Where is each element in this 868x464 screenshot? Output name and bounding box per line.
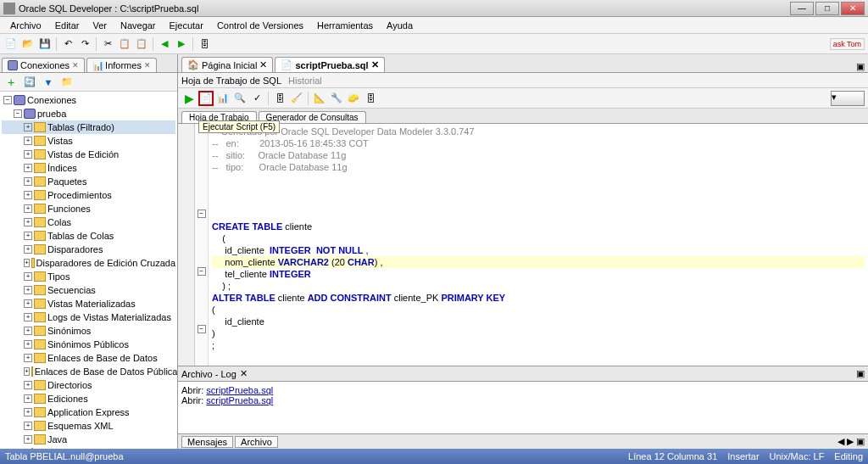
tree-item[interactable]: +Tablas de Colas (2, 229, 175, 243)
tree-item[interactable]: +Procedimientos (2, 188, 175, 202)
expand-icon[interactable]: + (24, 177, 32, 186)
expand-icon[interactable]: + (24, 435, 32, 444)
tree-item[interactable]: +Tablas (Filtrado) (2, 120, 175, 134)
restore-icon[interactable]: ▣ (856, 368, 865, 379)
close-icon[interactable]: ✕ (371, 59, 379, 70)
collapse-icon[interactable]: − (3, 96, 12, 104)
code-editor[interactable]: − − − -- Generado por Oracle SQL Develop… (178, 124, 868, 366)
folder-icon[interactable]: 📁 (59, 75, 75, 90)
btab-mensajes[interactable]: Mensajes (181, 436, 233, 448)
explain-icon[interactable]: 📊 (215, 91, 231, 106)
tab-informes[interactable]: 📊Informes✕ (86, 58, 157, 72)
maximize-button[interactable]: □ (815, 2, 839, 15)
tree-db[interactable]: −prueba (2, 107, 175, 120)
tree-item[interactable]: +Vistas Materializadas (2, 297, 175, 310)
close-icon[interactable]: ✕ (144, 61, 151, 70)
filter-icon[interactable]: ▼ (41, 75, 56, 90)
tree-item[interactable]: +Enlaces de Base de Datos (2, 351, 175, 365)
btab-archivo[interactable]: Archivo (235, 436, 278, 448)
log-link[interactable]: scriptPrueba.sql (206, 395, 273, 405)
menu-ayuda[interactable]: Ayuda (380, 19, 420, 32)
expand-icon[interactable]: + (24, 204, 32, 213)
commit-icon[interactable]: ✓ (249, 91, 264, 106)
expand-icon[interactable]: + (24, 367, 30, 376)
expand-icon[interactable]: + (24, 381, 32, 389)
expand-icon[interactable]: + (24, 422, 32, 430)
expand-icon[interactable]: + (24, 164, 32, 172)
new-icon[interactable]: 📄 (3, 36, 19, 52)
tree-item[interactable]: +Funciones (2, 202, 175, 215)
redo-icon[interactable]: ↷ (77, 36, 92, 52)
expand-icon[interactable]: + (24, 150, 32, 159)
nav-icons[interactable]: ◀ ▶ ▣ (837, 436, 865, 447)
tree-item[interactable]: +Vistas (2, 134, 175, 148)
nav-fwd-icon[interactable]: ▶ (174, 36, 189, 52)
close-button[interactable]: ✕ (841, 2, 865, 15)
tree-item[interactable]: +Índices (2, 161, 175, 175)
run-icon[interactable]: ▶ (181, 91, 197, 106)
tree-item[interactable]: +Paquetes (2, 175, 175, 188)
db-icon[interactable]: 🗄 (363, 91, 378, 106)
undo-icon[interactable]: ↶ (60, 36, 75, 52)
menu-ver[interactable]: Ver (86, 19, 114, 32)
tree-item[interactable]: +Disparadores de Edición Cruzada (2, 256, 175, 270)
expand-icon[interactable]: + (24, 286, 32, 294)
paste-icon[interactable]: 📋 (134, 36, 149, 52)
tree-item[interactable]: +Sinónimos Públicos (2, 338, 175, 351)
refresh-icon[interactable]: 🔄 (22, 75, 37, 90)
expand-icon[interactable]: + (24, 340, 32, 349)
minimize-button[interactable]: — (790, 2, 814, 15)
eraser-icon[interactable]: 🧽 (346, 91, 361, 106)
tree-item[interactable]: +Directorios (2, 378, 175, 392)
menu-editar[interactable]: Editar (48, 19, 86, 32)
autotrace-icon[interactable]: 🔍 (232, 91, 248, 106)
menu-versiones[interactable]: Control de Versiones (210, 19, 310, 32)
expand-icon[interactable]: + (24, 137, 32, 145)
restore-icon[interactable]: ▣ (856, 61, 865, 72)
tree-item[interactable]: +Java (2, 433, 175, 446)
tab-home[interactable]: 🏠Página Inicial✕ (181, 57, 273, 72)
expand-icon[interactable]: + (24, 394, 32, 403)
add-icon[interactable]: + (3, 75, 19, 90)
expand-icon[interactable]: + (24, 123, 32, 131)
menu-archivo[interactable]: Archivo (3, 19, 48, 32)
cut-icon[interactable]: ✂ (100, 36, 115, 52)
expand-icon[interactable]: + (24, 299, 32, 308)
tree-item[interactable]: +Vistas de Edición (2, 148, 175, 161)
tab-script[interactable]: 📄scriptPrueba.sql✕ (275, 57, 384, 72)
connection-dropdown[interactable]: ▾ (831, 91, 865, 106)
tree-item[interactable]: +Enlaces de Base de Datos Pública (2, 365, 175, 378)
menu-herramientas[interactable]: Herramientas (310, 19, 380, 32)
tree-item[interactable]: +Secuencias (2, 283, 175, 297)
menu-ejecutar[interactable]: Ejecutar (163, 19, 210, 32)
tree-root[interactable]: −Conexiones (2, 93, 175, 107)
ask-tom-logo[interactable]: ask Tom (830, 38, 865, 50)
tab-conexiones[interactable]: Conexiones✕ (2, 58, 85, 72)
sql-icon[interactable]: 🗄 (272, 91, 287, 106)
close-icon[interactable]: ✕ (72, 61, 79, 70)
save-icon[interactable]: 💾 (37, 36, 53, 52)
tree-item[interactable]: +Application Express (2, 405, 175, 419)
run-script-icon[interactable]: 📄 (198, 91, 214, 106)
expand-icon[interactable]: + (24, 354, 32, 362)
expand-icon[interactable]: + (24, 408, 32, 416)
tree-item[interactable]: +Logs de Vistas Materializadas (2, 310, 175, 324)
expand-icon[interactable]: + (24, 245, 32, 254)
code-content[interactable]: -- Generado por Oracle SQL Developer Dat… (209, 124, 868, 366)
tree-item[interactable]: +Sinónimos (2, 324, 175, 338)
db-icon[interactable]: 🗄 (197, 36, 212, 52)
expand-icon[interactable]: + (24, 327, 32, 335)
open-icon[interactable]: 📂 (20, 36, 36, 52)
expand-icon[interactable]: + (24, 191, 32, 199)
fold-icon[interactable]: − (198, 325, 206, 333)
history-label[interactable]: Historial (288, 75, 322, 86)
log-link[interactable]: scriptPrueba.sql (206, 385, 273, 395)
fold-icon[interactable]: − (198, 267, 206, 276)
tree-item[interactable]: +Tipos (2, 270, 175, 283)
expand-icon[interactable]: + (24, 218, 32, 226)
menu-navegar[interactable]: Navegar (114, 19, 163, 32)
expand-icon[interactable]: + (24, 259, 30, 267)
expand-icon[interactable]: + (24, 232, 32, 240)
fold-icon[interactable]: − (198, 210, 206, 218)
tree-item[interactable]: +Disparadores (2, 243, 175, 256)
